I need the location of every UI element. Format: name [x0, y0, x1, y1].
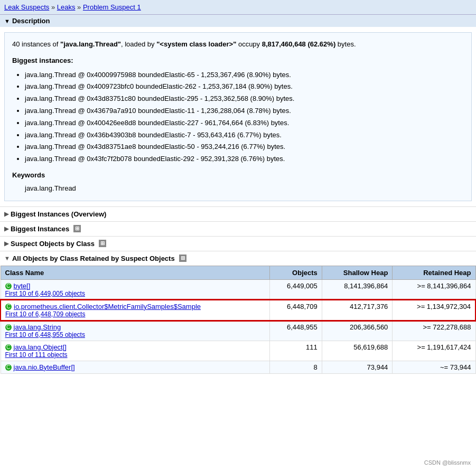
cell-class-1: Cio.prometheus.client.Collector$MetricFa…	[1, 300, 270, 321]
cell-class-2: Cjava.lang.StringFirst 10 of 6,448,955 o…	[1, 321, 270, 341]
cell-objects-4: 8	[270, 361, 322, 373]
biggest-instances-label: Biggest instances:	[12, 55, 464, 67]
class-icon-1: C	[5, 304, 12, 310]
cell-objects-2: 6,448,955	[270, 321, 322, 341]
section-biggest-instances[interactable]: ▶ Biggest Instances⊞	[0, 221, 476, 236]
breadcrumb: Leak Suspects » Leaks » Problem Suspect …	[0, 0, 476, 15]
sub-link-0[interactable]: First 10 of 6,449,005 objects	[5, 290, 266, 297]
description-content: 40 instances of "java.lang.Thread", load…	[4, 32, 472, 201]
cell-shallow-3: 56,619,688	[322, 341, 393, 361]
desc-bold3: 8,817,460,648 (62.62%)	[262, 40, 336, 48]
desc-bold2: "<system class loader>"	[156, 40, 236, 48]
section-biggest-instances-overview[interactable]: ▶ Biggest Instances (Overview)	[0, 206, 476, 221]
class-name-link-3[interactable]: java.lang.Object[]	[14, 343, 67, 351]
export-icon-all-objects[interactable]: ⊞	[179, 255, 186, 262]
col-retained-heap: Retained Heap	[393, 266, 475, 279]
cell-shallow-2: 206,366,560	[322, 321, 393, 341]
desc-part2: , loaded by	[121, 40, 156, 48]
cell-objects-0: 6,449,005	[270, 279, 322, 300]
toggle-all-objects: ▼	[4, 255, 10, 261]
section-label-biggest-instances-overview: Biggest Instances (Overview)	[11, 210, 106, 218]
class-name-link-0[interactable]: byte[]	[14, 282, 31, 290]
cell-shallow-1: 412,717,376	[322, 300, 393, 321]
toggle-suspect-objects: ▶	[4, 240, 8, 247]
instance-item-1: java.lang.Thread @ 0x4009723bfc0 bounded…	[25, 81, 464, 92]
section-label-all-objects: All Objects by Class Retained by Suspect…	[12, 255, 175, 262]
desc-part3: occupy	[236, 40, 262, 48]
desc-part1: 40 instances of	[12, 40, 60, 48]
instance-item-6: java.lang.Thread @ 0x43d83751ae8 bounded…	[25, 142, 464, 153]
cell-class-3: Cjava.lang.Object[]First 10 of 111 objec…	[1, 341, 270, 361]
section-all-objects[interactable]: ▼ All Objects by Class Retained by Suspe…	[0, 251, 476, 266]
sub-link-1[interactable]: First 10 of 6,448,709 objects	[5, 310, 265, 318]
table-section: Class Name Objects Shallow Heap Retained…	[0, 266, 476, 374]
cell-objects-1: 6,448,709	[270, 300, 322, 321]
section-suspect-objects[interactable]: ▶ Suspect Objects by Class⊞	[0, 236, 476, 251]
cell-class-4: Cjava.nio.ByteBuffer[]	[1, 361, 270, 373]
table-row-2: Cjava.lang.StringFirst 10 of 6,448,955 o…	[1, 321, 475, 341]
toggle-biggest-instances: ▶	[4, 225, 8, 232]
desc-bold1: "java.lang.Thread"	[60, 40, 121, 48]
keywords-section: Keywords java.lang.Thread	[12, 170, 464, 194]
breadcrumb-problem-suspect-1[interactable]: Problem Suspect 1	[83, 3, 141, 11]
class-name-link-1[interactable]: io.prometheus.client.Collector$MetricFam…	[14, 303, 201, 310]
sub-link-3[interactable]: First 10 of 111 objects	[5, 351, 266, 359]
description-main-text: 40 instances of "java.lang.Thread", load…	[12, 39, 464, 50]
table-row-0: Cbyte[]First 10 of 6,449,005 objects6,44…	[1, 279, 475, 300]
table-row-4: Cjava.nio.ByteBuffer[]873,944~= 73,944	[1, 361, 475, 373]
cell-retained-3: >= 1,191,617,424	[393, 341, 475, 361]
class-name-link-2[interactable]: java.lang.String	[14, 323, 61, 331]
class-icon-4: C	[5, 364, 12, 371]
col-shallow-heap: Shallow Heap	[322, 266, 393, 279]
cell-retained-0: >= 8,141,396,864	[393, 279, 475, 300]
keywords-value: java.lang.Thread	[12, 183, 464, 194]
keywords-label: Keywords	[12, 170, 464, 181]
description-label: Description	[12, 17, 50, 25]
breadcrumb-leaks[interactable]: Leaks	[57, 3, 76, 11]
objects-table: Class Name Objects Shallow Heap Retained…	[0, 266, 476, 374]
description-header[interactable]: ▼ Description	[0, 15, 476, 27]
class-name-link-4[interactable]: java.nio.ByteBuffer[]	[14, 363, 75, 371]
class-icon-3: C	[5, 344, 12, 351]
instance-item-4: java.lang.Thread @ 0x400426ee8d8 bounded…	[25, 118, 464, 129]
desc-part4: bytes.	[335, 40, 356, 48]
cell-objects-3: 111	[270, 341, 322, 361]
class-icon-2: C	[5, 324, 12, 331]
instance-item-3: java.lang.Thread @ 0x43679a7a910 bounded…	[25, 106, 464, 117]
cell-class-0: Cbyte[]First 10 of 6,449,005 objects	[1, 279, 270, 300]
col-class-name: Class Name	[1, 266, 270, 279]
description-toggle: ▼	[4, 18, 10, 24]
export-icon-suspect-objects[interactable]: ⊞	[99, 240, 106, 247]
description-section: ▼ Description 40 instances of "java.lang…	[0, 15, 476, 201]
cell-shallow-0: 8,141,396,864	[322, 279, 393, 300]
instance-item-0: java.lang.Thread @ 0x40009975988 bounded…	[25, 70, 464, 81]
instance-item-2: java.lang.Thread @ 0x43d83751c80 bounded…	[25, 93, 464, 105]
cell-retained-1: >= 1,134,972,304	[393, 300, 475, 321]
cell-shallow-4: 73,944	[322, 361, 393, 373]
table-row-1: Cio.prometheus.client.Collector$MetricFa…	[1, 300, 475, 321]
section-label-suspect-objects: Suspect Objects by Class	[11, 240, 95, 248]
instance-item-7: java.lang.Thread @ 0x43fc7f2b078 bounded…	[25, 154, 464, 165]
table-row-3: Cjava.lang.Object[]First 10 of 111 objec…	[1, 341, 475, 361]
section-label-biggest-instances: Biggest Instances	[11, 225, 69, 233]
col-objects: Objects	[270, 266, 322, 279]
cell-retained-4: ~= 73,944	[393, 361, 475, 373]
export-icon-biggest-instances[interactable]: ⊞	[73, 225, 81, 232]
instances-list: java.lang.Thread @ 0x40009975988 bounded…	[12, 70, 464, 165]
toggle-biggest-instances-overview: ▶	[4, 211, 8, 218]
table-header-row: Class Name Objects Shallow Heap Retained…	[1, 266, 475, 279]
breadcrumb-leak-suspects[interactable]: Leak Suspects	[4, 3, 49, 11]
cell-retained-2: >= 722,278,688	[393, 321, 475, 341]
class-icon-0: C	[5, 283, 12, 289]
sub-link-2[interactable]: First 10 of 6,448,955 objects	[5, 331, 266, 338]
instance-item-5: java.lang.Thread @ 0x436b43903b8 bounded…	[25, 130, 464, 141]
